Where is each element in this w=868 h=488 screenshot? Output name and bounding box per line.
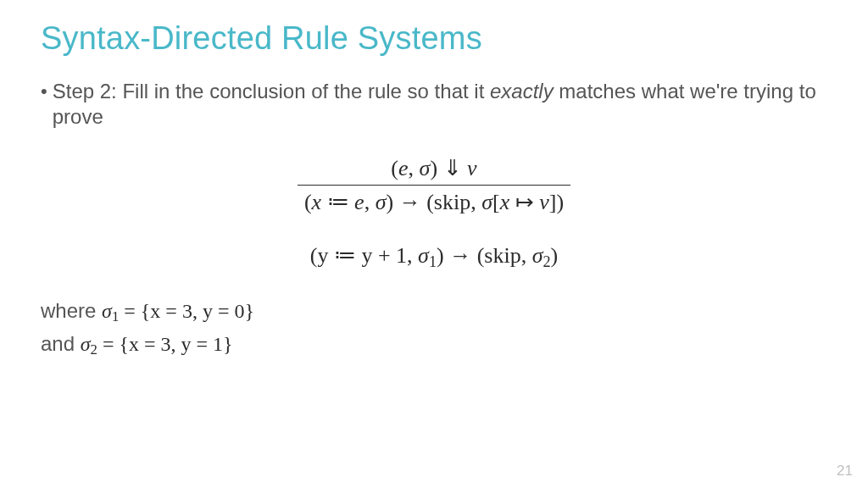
bullet-lead: Step 2: Fill in the conclusion of the ru… <box>53 80 490 103</box>
where-line-2: and σ2 = {x = 3, y = 1} <box>41 328 827 361</box>
inference-premise: (e, σ) ⇓ v <box>298 155 570 186</box>
bullet-dot: • <box>41 79 47 104</box>
bullet-emph: exactly <box>490 80 554 103</box>
slide: Syntax-Directed Rule Systems • Step 2: F… <box>0 0 868 488</box>
slide-title: Syntax-Directed Rule Systems <box>41 20 827 57</box>
math-area: (e, σ) ⇓ v (x ≔ e, σ) → (skip, σ[x ↦ v])… <box>41 155 827 271</box>
inference-rule: (e, σ) ⇓ v (x ≔ e, σ) → (skip, σ[x ↦ v]) <box>298 155 570 215</box>
inference-conclusion: (x ≔ e, σ) → (skip, σ[x ↦ v]) <box>298 186 570 215</box>
page-number: 21 <box>837 463 853 480</box>
where-label-2: and <box>41 332 81 355</box>
bullet-text: Step 2: Fill in the conclusion of the ru… <box>53 79 827 130</box>
where-block: where σ1 = {x = 3, y = 0} and σ2 = {x = … <box>41 295 827 361</box>
where-label-1: where <box>41 299 102 322</box>
step-instance: (y ≔ y + 1, σ1) → (skip, σ2) <box>41 242 827 271</box>
bullet-item: • Step 2: Fill in the conclusion of the … <box>41 79 827 130</box>
where-line-1: where σ1 = {x = 3, y = 0} <box>41 295 827 328</box>
